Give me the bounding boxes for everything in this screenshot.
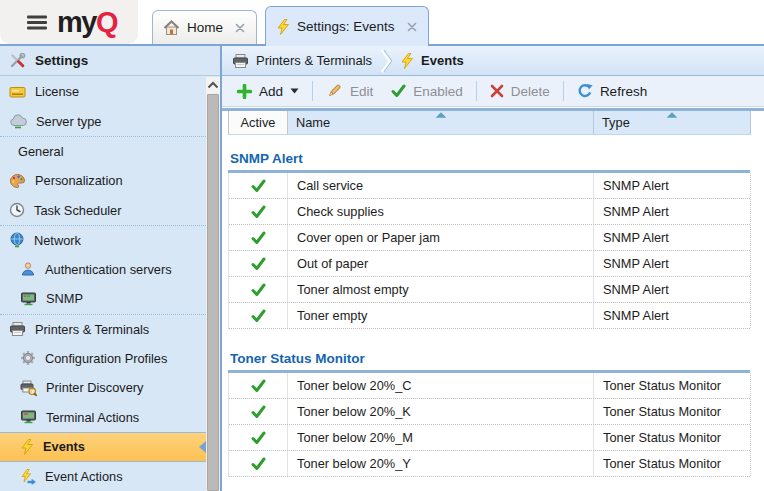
table-row[interactable]: Check suppliesSNMP Alert [229, 199, 750, 225]
breadcrumb-item-events[interactable]: Events [400, 53, 464, 69]
logo-text-q: Q [96, 6, 117, 38]
table-row[interactable]: Cover open or Paper jamSNMP Alert [229, 225, 750, 251]
table-row[interactable]: Toner below 20%_MToner Status Monitor [229, 425, 750, 451]
printer-icon [232, 53, 249, 69]
chevron-separator-icon [380, 48, 392, 74]
refresh-button[interactable]: Refresh [568, 78, 656, 104]
table-group-snmp-alert: SNMP AlertCall serviceSNMP AlertCheck su… [228, 151, 750, 329]
scrollbar-thumb[interactable] [207, 94, 219, 491]
sidebar-scrollbar[interactable] [206, 77, 220, 491]
check-icon [251, 405, 266, 419]
main-content: Printers & TerminalsEvents AddEditEnable… [222, 46, 764, 491]
check-icon [251, 283, 266, 297]
button-label: Add [259, 84, 283, 99]
caret-down-icon [290, 88, 299, 94]
logo-text-my: my [57, 6, 96, 38]
enabled-button[interactable]: Enabled [382, 78, 472, 104]
sidebar-item-snmp[interactable]: SNMP [0, 284, 206, 314]
sort-asc-icon [435, 112, 447, 118]
table-row[interactable]: Toner below 20%_YToner Status Monitor [229, 451, 750, 477]
top-bar: myQ HomeSettings: Events [0, 0, 764, 46]
house-icon [163, 20, 180, 36]
sidebar-item-printer-discovery[interactable]: Printer Discovery [0, 373, 206, 403]
sidebar-item-label: Terminal Actions [46, 410, 139, 425]
table-group-toner-status-monitor: Toner Status MonitorToner below 20%_CTon… [228, 351, 750, 477]
tab-close-icon[interactable] [406, 21, 418, 33]
printers-terminals-icon [9, 321, 26, 337]
check-icon [251, 257, 266, 271]
check-icon [251, 205, 266, 219]
cell-active [229, 425, 288, 450]
hamburger-menu-icon[interactable] [26, 14, 48, 31]
breadcrumb-item-printers-terminals[interactable]: Printers & Terminals [232, 53, 372, 69]
cell-active [229, 173, 288, 198]
tab-label: Settings: Events [297, 19, 395, 34]
sidebar-item-events[interactable]: Events [0, 432, 206, 462]
sidebar-item-label: Task Scheduler [34, 203, 122, 218]
group-rows: Call serviceSNMP AlertCheck suppliesSNMP… [228, 173, 750, 329]
table: ActiveNameType SNMP AlertCall serviceSNM… [228, 111, 750, 477]
delete-button[interactable]: Delete [481, 78, 559, 104]
logo-text: myQ [57, 0, 117, 44]
table-row[interactable]: Toner emptySNMP Alert [229, 303, 750, 329]
sidebar: Settings LicenseServer typeGeneralPerson… [0, 46, 222, 491]
column-header-name[interactable]: Name [288, 111, 594, 135]
table-row[interactable]: Call serviceSNMP Alert [229, 173, 750, 199]
sidebar-item-label: SNMP [46, 291, 83, 306]
sort-asc-icon [666, 112, 678, 118]
cell-name: Toner below 20%_K [288, 399, 594, 424]
column-header-type[interactable]: Type [594, 111, 751, 135]
cell-active [229, 399, 288, 424]
sidebar-item-task-scheduler[interactable]: Task Scheduler [0, 195, 206, 225]
check-icon [251, 379, 266, 393]
check-icon [251, 431, 266, 445]
network-icon [9, 232, 25, 249]
cell-type: SNMP Alert [594, 225, 751, 250]
cell-active [229, 451, 288, 476]
button-label: Enabled [413, 84, 463, 99]
cell-type: SNMP Alert [594, 173, 751, 198]
app-logo[interactable]: myQ [0, 0, 138, 44]
column-header-active: Active [229, 111, 288, 135]
cell-active [229, 373, 288, 398]
table-row[interactable]: Out of paperSNMP Alert [229, 251, 750, 277]
sidebar-item-label: Network [34, 233, 81, 248]
sidebar-item-license[interactable]: License [0, 77, 206, 107]
tab-close-icon[interactable] [234, 22, 246, 34]
scroll-up-button[interactable] [206, 77, 220, 93]
toolbar-separator [563, 81, 564, 101]
cell-active [229, 251, 288, 276]
settings-icon [9, 52, 26, 69]
table-row[interactable]: Toner below 20%_CToner Status Monitor [229, 373, 750, 399]
table-header-row: ActiveNameType [228, 111, 750, 135]
sidebar-item-terminal-actions[interactable]: Terminal Actions [0, 403, 206, 433]
table-row[interactable]: Toner almost emptySNMP Alert [229, 277, 750, 303]
license-icon [9, 84, 26, 100]
cell-type: Toner Status Monitor [594, 451, 751, 476]
cell-type: SNMP Alert [594, 251, 751, 276]
toolbar-separator [312, 81, 313, 101]
group-rows: Toner below 20%_CToner Status MonitorTon… [228, 373, 750, 477]
breadcrumb-label: Events [421, 53, 464, 68]
auth-servers-icon [20, 261, 36, 277]
sidebar-item-configuration-profiles[interactable]: Configuration Profiles [0, 343, 206, 373]
table-row[interactable]: Toner below 20%_KToner Status Monitor [229, 399, 750, 425]
sidebar-item-authentication-servers[interactable]: Authentication servers [0, 255, 206, 285]
cell-active [229, 303, 288, 328]
sidebar-item-server-type[interactable]: Server type [0, 107, 206, 137]
cell-name: Toner below 20%_Y [288, 451, 594, 476]
tab-home[interactable]: Home [152, 10, 257, 44]
sidebar-item-event-actions[interactable]: Event Actions [0, 462, 206, 491]
cell-name: Toner below 20%_M [288, 425, 594, 450]
lightning-icon [276, 19, 290, 35]
sidebar-item-personalization[interactable]: Personalization [0, 166, 206, 196]
terminal-actions-icon [20, 409, 37, 425]
edit-button[interactable]: Edit [317, 78, 382, 104]
sidebar-item-general[interactable]: General [0, 136, 206, 166]
sidebar-item-network[interactable]: Network [0, 225, 206, 255]
sidebar-item-printers-terminals[interactable]: Printers & Terminals [0, 314, 206, 344]
tab-label: Home [187, 20, 223, 35]
add-button[interactable]: Add [228, 78, 308, 104]
add-icon [237, 84, 252, 99]
tab-settings-events[interactable]: Settings: Events [265, 6, 429, 46]
